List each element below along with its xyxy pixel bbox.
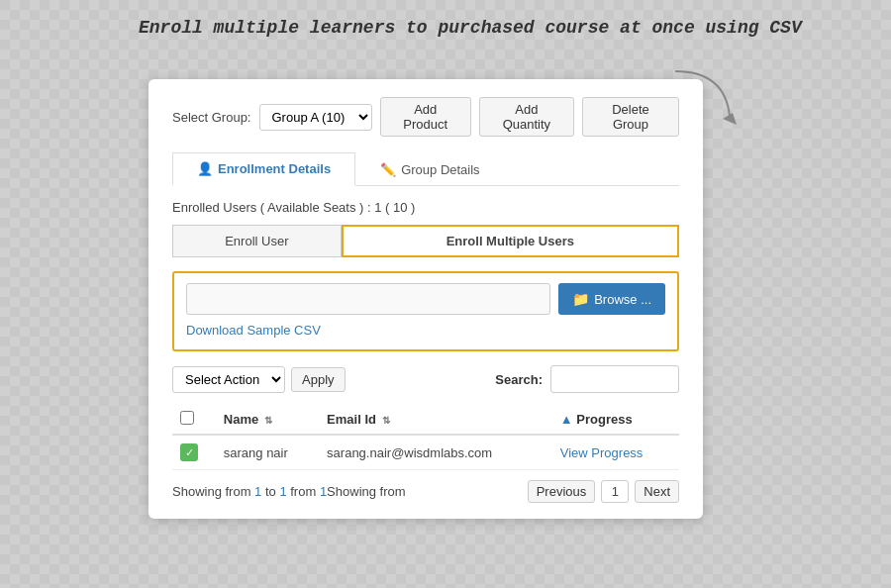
current-page-number: 1 bbox=[601, 480, 629, 503]
enrollment-tab-label: Enrollment Details bbox=[218, 161, 331, 176]
tab-group-details[interactable]: ✏️ Group Details bbox=[355, 152, 504, 185]
table-row: ✓ sarang nair sarang.nair@wisdmlabs.com … bbox=[172, 435, 679, 470]
enrolled-users-label: Enrolled Users ( Available Seats ) : 1 (… bbox=[172, 200, 679, 215]
previous-page-button[interactable]: Previous bbox=[528, 480, 596, 503]
select-action-dropdown[interactable]: Select Action bbox=[172, 366, 285, 393]
pagination-row: Showing from 1 to 1 from 1Showing from P… bbox=[172, 480, 679, 503]
download-sample-csv-link[interactable]: Download Sample CSV bbox=[186, 323, 321, 338]
action-left: Select Action Apply bbox=[172, 366, 346, 393]
row-progress: View Progress bbox=[552, 435, 679, 470]
col-name: Name ⇅ bbox=[216, 405, 319, 435]
search-input[interactable] bbox=[550, 365, 679, 393]
search-label: Search: bbox=[495, 372, 543, 387]
action-search-row: Select Action Apply Search: bbox=[172, 365, 679, 393]
browse-button[interactable]: 📁 Browse ... bbox=[558, 283, 665, 315]
col-progress: ▲ Progress bbox=[552, 405, 679, 435]
main-card: Select Group: Group A (10) Add Product A… bbox=[148, 79, 703, 519]
pagination-controls: Previous 1 Next bbox=[528, 480, 679, 503]
add-quantity-button[interactable]: Add Quantity bbox=[479, 97, 574, 137]
showing-label: Showing from 1 to 1 from 1Showing from bbox=[172, 484, 406, 499]
row-checkbox-cell: ✓ bbox=[172, 435, 216, 470]
add-product-button[interactable]: Add Product bbox=[380, 97, 471, 137]
tabs-container: 👤 Enrollment Details ✏️ Group Details bbox=[172, 152, 679, 186]
select-group-label: Select Group: bbox=[172, 110, 251, 125]
folder-icon: 📁 bbox=[572, 291, 589, 307]
view-progress-link[interactable]: View Progress bbox=[560, 445, 644, 460]
row-email: sarang.nair@wisdmlabs.com bbox=[319, 435, 552, 470]
csv-file-input[interactable] bbox=[186, 283, 550, 315]
upload-row: 📁 Browse ... bbox=[186, 283, 665, 315]
enrollment-tab-icon: 👤 bbox=[197, 161, 213, 176]
col-email: Email Id ⇅ bbox=[319, 405, 552, 435]
col-checkbox bbox=[172, 405, 216, 435]
users-table: Name ⇅ Email Id ⇅ ▲ Progress ✓ sarang na… bbox=[172, 405, 679, 470]
showing-text: Showing from 1 to 1 from 1Showing from bbox=[172, 484, 406, 499]
group-tab-icon: ✏️ bbox=[380, 162, 396, 177]
apply-button[interactable]: Apply bbox=[291, 367, 346, 392]
svg-marker-0 bbox=[723, 113, 737, 125]
search-right: Search: bbox=[495, 365, 679, 393]
email-sort-icon[interactable]: ⇅ bbox=[382, 415, 390, 426]
enroll-multiple-users-button[interactable]: Enroll Multiple Users bbox=[342, 225, 679, 257]
enrolled-status-icon: ✓ bbox=[180, 443, 198, 461]
enroll-user-button[interactable]: Enroll User bbox=[172, 225, 342, 257]
page-title: Enroll multiple learners to purchased co… bbox=[139, 18, 802, 38]
select-all-checkbox[interactable] bbox=[180, 411, 194, 425]
table-header-row: Name ⇅ Email Id ⇅ ▲ Progress bbox=[172, 405, 679, 435]
browse-label: Browse ... bbox=[594, 292, 651, 307]
enroll-buttons-row: Enroll User Enroll Multiple Users bbox=[172, 225, 679, 257]
name-sort-icon[interactable]: ⇅ bbox=[264, 415, 272, 426]
row-name: sarang nair bbox=[216, 435, 319, 470]
next-page-button[interactable]: Next bbox=[635, 480, 679, 503]
top-row: Select Group: Group A (10) Add Product A… bbox=[172, 97, 679, 137]
group-select[interactable]: Group A (10) bbox=[259, 104, 372, 131]
upload-csv-area: 📁 Browse ... Download Sample CSV bbox=[172, 271, 679, 351]
tab-enrollment-details[interactable]: 👤 Enrollment Details bbox=[172, 152, 355, 186]
group-tab-label: Group Details bbox=[401, 162, 479, 177]
delete-group-button[interactable]: Delete Group bbox=[582, 97, 679, 137]
